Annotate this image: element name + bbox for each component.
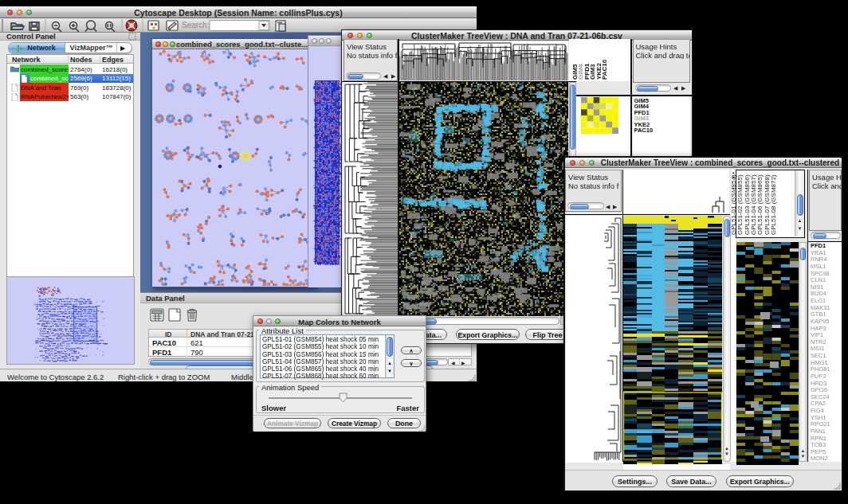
- svg-text:Search:: Search:: [182, 21, 209, 29]
